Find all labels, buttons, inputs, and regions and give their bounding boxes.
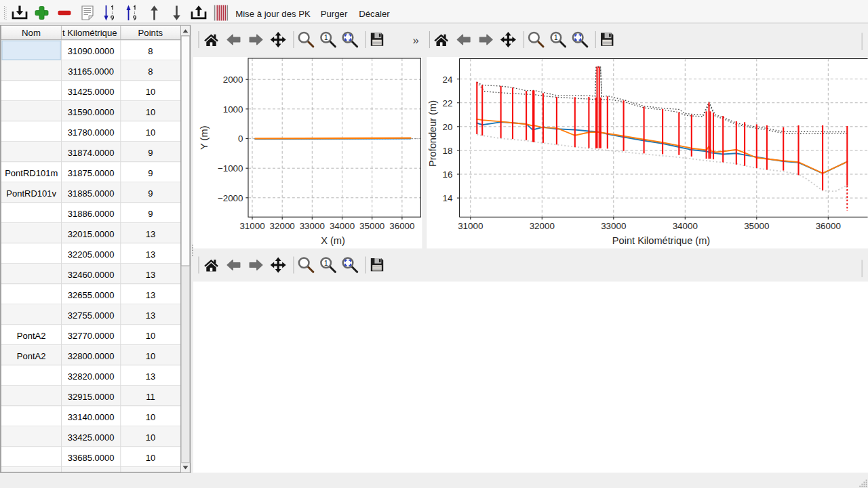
svg-text:32800.0000: 32800.0000 [68, 351, 115, 361]
svg-text:31874.0000: 31874.0000 [68, 148, 115, 158]
svg-text:32915.0000: 32915.0000 [68, 392, 115, 402]
svg-text:24: 24 [443, 75, 453, 85]
svg-text:»: » [412, 34, 418, 46]
svg-text:33425.0000: 33425.0000 [68, 432, 115, 443]
svg-text:32655.0000: 32655.0000 [68, 290, 115, 300]
svg-text:31000: 31000 [458, 221, 483, 231]
svg-text:X (m): X (m) [321, 235, 345, 246]
svg-text:32205.0000: 32205.0000 [68, 249, 115, 260]
svg-text:13: 13 [146, 270, 155, 280]
svg-text:PontRD101m: PontRD101m [5, 168, 58, 178]
svg-text:Points: Points [138, 28, 163, 38]
svg-text:1: 1 [324, 260, 328, 267]
svg-text:14: 14 [443, 193, 453, 203]
svg-text:31590.0000: 31590.0000 [68, 107, 115, 117]
svg-text:Y (m): Y (m) [199, 125, 210, 149]
svg-text:Décaler: Décaler [359, 9, 390, 19]
svg-text:13: 13 [146, 310, 155, 321]
svg-text:36000: 36000 [816, 221, 841, 231]
svg-text:31165.0000: 31165.0000 [68, 66, 114, 77]
svg-text:−2000: −2000 [218, 193, 243, 203]
svg-text:32460.0000: 32460.0000 [68, 270, 115, 280]
svg-text:34000: 34000 [330, 221, 355, 231]
svg-text:9: 9 [148, 188, 153, 199]
svg-text:10: 10 [146, 412, 155, 422]
svg-text:33685.0000: 33685.0000 [68, 453, 115, 463]
svg-text:31425.0000: 31425.0000 [68, 87, 115, 97]
svg-text:Purger: Purger [321, 9, 348, 19]
svg-text:9: 9 [148, 148, 153, 158]
svg-text:8: 8 [148, 46, 153, 56]
svg-text:Mise à jour des PK: Mise à jour des PK [235, 9, 311, 19]
svg-text:PontA2: PontA2 [17, 351, 46, 361]
svg-text:0: 0 [238, 134, 243, 144]
svg-text:31780.0000: 31780.0000 [68, 127, 115, 138]
svg-text:10: 10 [146, 331, 155, 341]
svg-text:35000: 35000 [359, 221, 384, 231]
svg-text:10: 10 [146, 107, 155, 117]
svg-text:13: 13 [146, 249, 155, 260]
svg-text:10: 10 [146, 432, 155, 443]
svg-text:10: 10 [146, 127, 155, 138]
svg-text:Nom: Nom [22, 28, 41, 38]
svg-text:13: 13 [146, 229, 155, 239]
svg-text:PontRD101v: PontRD101v [6, 188, 56, 199]
svg-text:11: 11 [146, 392, 155, 402]
svg-text:32000: 32000 [270, 221, 295, 231]
svg-text:32820.0000: 32820.0000 [68, 371, 115, 382]
svg-text:16: 16 [443, 169, 453, 180]
svg-text:18: 18 [443, 146, 453, 156]
svg-text:8: 8 [148, 66, 153, 77]
svg-text:−1000: −1000 [218, 163, 243, 174]
svg-text:9: 9 [148, 168, 153, 178]
svg-text:31886.0000: 31886.0000 [68, 209, 115, 219]
svg-text:t Kilométrique: t Kilométrique [62, 28, 117, 38]
svg-text:35000: 35000 [744, 221, 769, 231]
svg-text:32000: 32000 [530, 221, 555, 231]
svg-text:32755.0000: 32755.0000 [68, 310, 115, 321]
svg-text:31090.0000: 31090.0000 [68, 46, 115, 56]
svg-text:33000: 33000 [300, 221, 325, 231]
svg-text:33140.0000: 33140.0000 [68, 412, 115, 422]
svg-text:9: 9 [148, 209, 153, 219]
svg-text:32770.0000: 32770.0000 [68, 331, 115, 341]
svg-text:1: 1 [324, 34, 328, 41]
svg-text:33000: 33000 [601, 221, 626, 231]
svg-text:32015.0000: 32015.0000 [68, 229, 115, 239]
svg-text:31875.0000: 31875.0000 [68, 168, 115, 178]
svg-text:34000: 34000 [673, 221, 698, 231]
svg-text:31885.0000: 31885.0000 [68, 188, 115, 199]
svg-text:13: 13 [146, 371, 155, 382]
svg-text:10: 10 [146, 351, 155, 361]
svg-text:10: 10 [146, 453, 155, 463]
svg-text:13: 13 [146, 290, 155, 300]
svg-text:1: 1 [554, 34, 558, 41]
svg-text:Profondeur (m): Profondeur (m) [427, 100, 438, 167]
svg-text:2000: 2000 [223, 75, 243, 85]
svg-text:PontA2: PontA2 [17, 331, 46, 341]
svg-text:10: 10 [146, 87, 155, 97]
svg-text:22: 22 [443, 98, 453, 108]
svg-text:Point Kilométrique (m): Point Kilométrique (m) [612, 235, 710, 246]
svg-text:36000: 36000 [389, 221, 414, 231]
svg-text:20: 20 [443, 122, 453, 132]
svg-text:31000: 31000 [239, 221, 264, 231]
svg-text:1000: 1000 [223, 104, 243, 115]
